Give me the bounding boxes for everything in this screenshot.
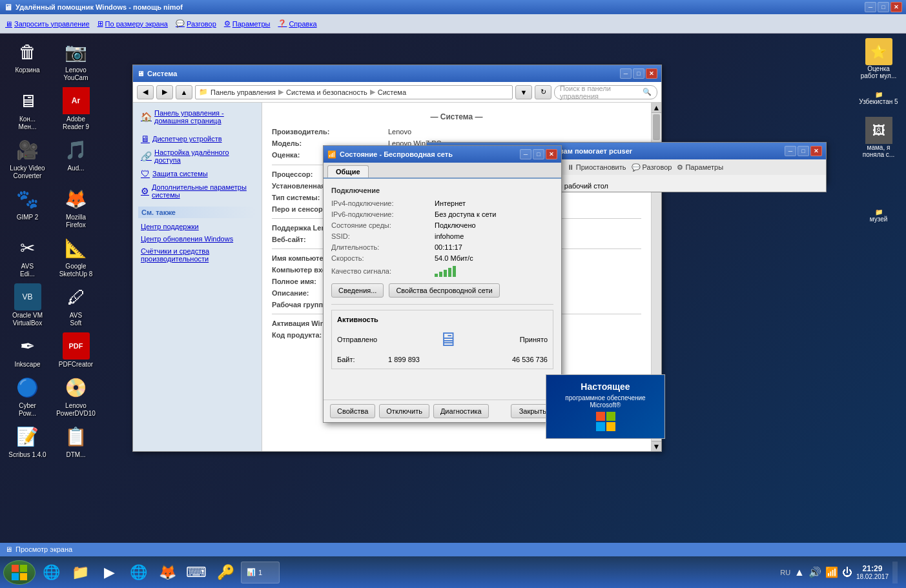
outer-close-button[interactable]: ✕ bbox=[891, 2, 902, 12]
ms-logo bbox=[596, 412, 615, 432]
desktop-icon-adobe[interactable]: Ar AdobeReader 9 bbox=[52, 85, 100, 134]
desktop-icon-inkscape[interactable]: ✒ Inkscape bbox=[3, 330, 52, 371]
forward-button[interactable]: ▶ bbox=[156, 85, 173, 99]
outer-help-button[interactable]: ❓ Справка bbox=[278, 19, 316, 28]
taskbar-explorer-icon[interactable]: 📁 bbox=[67, 560, 94, 585]
desktop-icon-muzei[interactable]: 📁 музей bbox=[854, 206, 903, 225]
breadcrumb-system[interactable]: Система bbox=[378, 88, 406, 96]
rh-chat-button[interactable]: 💬 Разговор bbox=[632, 163, 672, 172]
signal-bar-5 bbox=[453, 266, 456, 277]
refresh-button[interactable]: ↻ bbox=[535, 85, 551, 99]
start-button[interactable] bbox=[3, 560, 36, 585]
outer-maximize-button[interactable]: □ bbox=[878, 2, 889, 12]
taskbar-item-1[interactable]: 📊 1 bbox=[241, 562, 280, 583]
disconnect-btn[interactable]: Отключить bbox=[379, 404, 429, 418]
sidebar-home-link[interactable]: 🏠 Панель управления - домашняя страница bbox=[138, 108, 256, 126]
volume-icon[interactable]: 🔊 bbox=[808, 566, 821, 578]
desktop-icon-lucky[interactable]: 🎥 Lucky VideoConverter bbox=[3, 134, 52, 183]
back-button[interactable]: ◀ bbox=[137, 85, 154, 99]
outer-window-controls: ─ □ ✕ bbox=[865, 2, 902, 12]
breadcrumb-control-panel[interactable]: Панель управления bbox=[211, 88, 276, 96]
cp-maximize-button[interactable]: □ bbox=[633, 68, 644, 79]
desktop-icon-uzbekistan[interactable]: 📁 Узбекистан 5 bbox=[854, 88, 903, 108]
desktop-icons-left: 🗑 Корзина 📷 LenovoYouCam 🖥 Кон...Мен... … bbox=[3, 35, 136, 436]
up-button[interactable]: ▲ bbox=[176, 85, 192, 99]
desktop-icon-avs-soft[interactable]: 🖊 AVSSoft bbox=[52, 281, 100, 330]
wifi-tab-general[interactable]: Общие bbox=[327, 165, 369, 177]
folder-icon: 📁 bbox=[199, 88, 208, 96]
pause-icon: ⏸ bbox=[567, 163, 574, 171]
firefox-icon: 🦊 bbox=[63, 185, 90, 212]
taskbar-chrome-icon[interactable]: 🌐 bbox=[125, 560, 152, 585]
sidebar-system-protection[interactable]: 🛡 Защита системы bbox=[138, 167, 256, 180]
outer-chat-button[interactable]: 💬 Разговор bbox=[176, 19, 216, 28]
outer-minimize-button[interactable]: ─ bbox=[865, 2, 876, 12]
outer-settings-button[interactable]: ⚙ Параметры bbox=[224, 19, 271, 28]
activity-title: Активность bbox=[337, 316, 548, 323]
tray-up-icon[interactable]: ▲ bbox=[794, 567, 805, 578]
sidebar-advanced-settings[interactable]: ⚙ Дополнительные параметры системы bbox=[138, 182, 256, 200]
dropdown-button[interactable]: ▼ bbox=[515, 85, 532, 99]
power-icon[interactable]: ⏻ bbox=[842, 567, 852, 578]
taskbar-ie-icon[interactable]: 🌐 bbox=[37, 560, 65, 585]
sidebar-support-center[interactable]: Центр поддержки bbox=[138, 221, 256, 232]
wifi-close-button[interactable]: ✕ bbox=[546, 149, 557, 159]
desktop-icon-firefox[interactable]: 🦊 MozillaFirefox bbox=[52, 183, 100, 232]
desktop-icon-kon[interactable]: 🖥 Кон...Мен... bbox=[3, 85, 52, 134]
wifi-properties-button[interactable]: Свойства беспроводной сети bbox=[389, 283, 499, 298]
desktop-icon-pdfcreator[interactable]: PDF PDFCreator bbox=[52, 330, 100, 371]
desktop-icon-dtm[interactable]: 📋 DTM... bbox=[52, 420, 100, 461]
scrollbar-up-button[interactable]: ▲ bbox=[652, 103, 661, 113]
sidebar-windows-update[interactable]: Центр обновления Windows bbox=[138, 234, 256, 244]
desktop-icon-audio[interactable]: 🎵 Aud... bbox=[52, 134, 100, 183]
rh-maximize-button[interactable]: □ bbox=[798, 146, 809, 156]
speed-label: Скорость: bbox=[331, 254, 435, 262]
desktop-icon-virtualbox[interactable]: VB Oracle VMVirtualBox bbox=[3, 281, 52, 330]
desktop-icon-powerdvd[interactable]: 📀 LenovoPowerDVD10 bbox=[52, 371, 100, 420]
sidebar-remote-access[interactable]: 🔗 Настройка удалённого доступа bbox=[138, 147, 256, 165]
desktop-icon-mama[interactable]: 🖼 мама, японяла с... bbox=[854, 114, 903, 161]
taskbar-firefox-taskbar-icon[interactable]: 🦊 bbox=[154, 560, 181, 585]
clock[interactable]: 21:29 18.02.2017 bbox=[856, 564, 889, 580]
request-control-button[interactable]: 🖥 Запросить управление bbox=[5, 20, 90, 28]
address-bar[interactable]: 📁 Панель управления ▶ Система и безопасн… bbox=[195, 85, 513, 99]
desktop-icon-scribus[interactable]: 📝 Scribus 1.4.0 bbox=[3, 420, 52, 461]
signal-value bbox=[435, 265, 456, 277]
wifi-maximize-button[interactable]: □ bbox=[533, 149, 544, 159]
desktop-icon-sketchup[interactable]: 📐 GoogleSketchUp 8 bbox=[52, 232, 100, 281]
search-box[interactable]: Поиск в панели управления 🔍 bbox=[554, 85, 657, 99]
sidebar-performance[interactable]: Счётчики и средства производительности bbox=[138, 246, 256, 264]
rh-close-button[interactable]: ✕ bbox=[810, 146, 822, 156]
taskbar-key-icon[interactable]: 🔑 bbox=[212, 560, 239, 585]
sidebar-device-manager[interactable]: 🖥 Диспетчер устройств bbox=[138, 132, 256, 145]
rh-settings-button[interactable]: ⚙ Параметры bbox=[677, 163, 723, 172]
fit-screen-button[interactable]: ⊞ По размеру экрана bbox=[98, 19, 168, 28]
desktop-icon-youcam[interactable]: 📷 LenovoYouCam bbox=[52, 35, 100, 85]
sidebar-section-main: 🏠 Панель управления - домашняя страница bbox=[138, 108, 256, 126]
scrollbar-down-button[interactable]: ▼ bbox=[652, 441, 661, 451]
taskbar-media-icon[interactable]: ▶ bbox=[96, 560, 123, 585]
muzei-label: музей bbox=[870, 216, 888, 223]
desktop-icon-avs-edit[interactable]: ✂ AVSEdi... bbox=[3, 232, 52, 281]
cp-close-button[interactable]: ✕ bbox=[646, 68, 657, 79]
pause-button[interactable]: ⏸ Приостановить bbox=[567, 163, 626, 171]
breadcrumb-security[interactable]: Система и безопасность bbox=[286, 88, 367, 96]
request-control-icon: 🖥 bbox=[5, 20, 12, 28]
desktop-icon-rating[interactable]: ⭐ Оценкаработ мул... bbox=[854, 35, 903, 82]
scrollbar-thumb[interactable] bbox=[653, 114, 660, 140]
pdfcreator-label: PDFCreator bbox=[59, 361, 93, 369]
diagnose-btn[interactable]: Диагностика bbox=[433, 404, 489, 418]
desktop-icon-cyber[interactable]: 🔵 CyberPow... bbox=[3, 371, 52, 420]
desktop-icon-gimp[interactable]: 🐾 GIMP 2 bbox=[3, 183, 52, 232]
properties-btn[interactable]: Свойства bbox=[330, 404, 375, 418]
sent-bytes: 1 899 893 bbox=[388, 356, 420, 363]
wifi-minimize-button[interactable]: ─ bbox=[520, 149, 531, 159]
cp-minimize-button[interactable]: ─ bbox=[620, 68, 632, 79]
rh-minimize-button[interactable]: ─ bbox=[785, 146, 796, 156]
taskbar-keyboard-icon[interactable]: ⌨ bbox=[183, 560, 210, 585]
show-desktop-button[interactable] bbox=[892, 562, 898, 583]
wifi-info-button[interactable]: Сведения... bbox=[331, 283, 384, 298]
language-indicator[interactable]: RU bbox=[780, 569, 790, 576]
network-tray-icon[interactable]: 📶 bbox=[825, 566, 838, 578]
desktop-icon-trash[interactable]: 🗑 Корзина bbox=[3, 35, 52, 85]
